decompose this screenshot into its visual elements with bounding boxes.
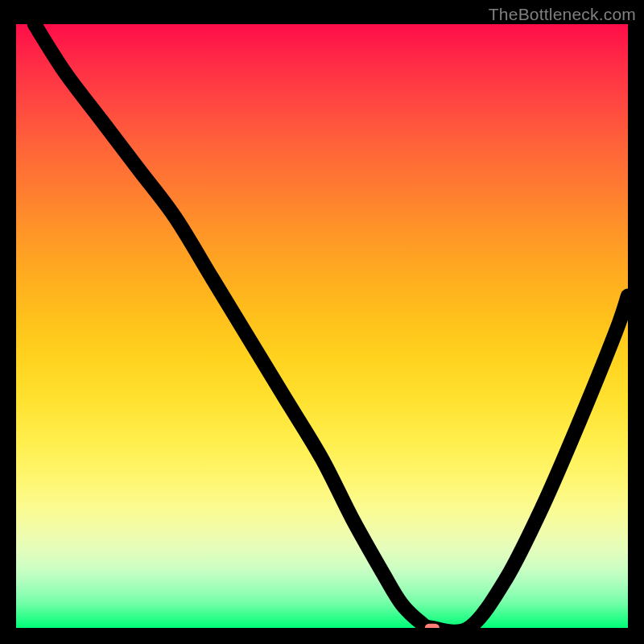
watermark-text: TheBottleneck.com	[489, 5, 636, 24]
curve-svg	[16, 24, 628, 628]
chart-frame: TheBottleneck.com	[0, 0, 644, 644]
plot-area	[16, 24, 628, 628]
bottleneck-curve-path	[35, 24, 628, 628]
optimum-marker	[425, 624, 440, 628]
